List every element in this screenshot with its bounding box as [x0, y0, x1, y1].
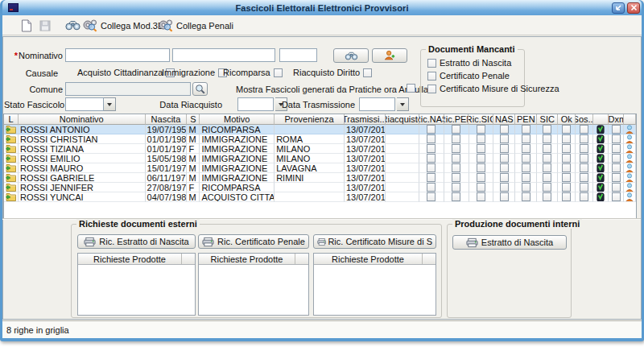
checkbox-pen[interactable] [522, 192, 530, 201]
checkbox-sic[interactable] [543, 192, 551, 201]
checkbox-sos[interactable] [580, 192, 588, 201]
checkbox-sos[interactable] [580, 144, 588, 153]
checkbox-nas[interactable] [500, 125, 509, 134]
checkbox-ok[interactable] [562, 192, 571, 201]
checkbox-ric_nas[interactable] [427, 163, 436, 172]
checkbox-dxml[interactable] [612, 154, 621, 163]
checkbox-pen[interactable] [522, 183, 530, 192]
checkbox-ric_pen[interactable] [452, 134, 460, 143]
checkbox-ric_sic[interactable] [477, 154, 485, 163]
folder-link-icon[interactable] [6, 154, 16, 163]
restore-window-button[interactable] [612, 2, 625, 14]
checkbox-ricomparsa[interactable] [274, 68, 283, 77]
checkbox-dxml[interactable] [612, 192, 621, 201]
stato-fascicolo-dropdown-button[interactable] [104, 97, 116, 111]
folder-link-icon[interactable] [6, 125, 16, 134]
stato-fascicolo-input[interactable] [65, 97, 104, 111]
checkbox-pen[interactable] [522, 154, 530, 163]
column-header-nascita[interactable]: Nascita [146, 114, 188, 125]
checkbox-ric_sic[interactable] [477, 163, 485, 172]
checkbox-pen[interactable] [522, 134, 530, 143]
column-header-nominativo[interactable]: Nominativo [19, 114, 146, 125]
ric-certificato-misure-button[interactable]: Ric. Certificato Misure di Sicurezza [313, 234, 436, 249]
person-icon[interactable] [625, 144, 634, 154]
checkbox-dxml[interactable] [612, 163, 621, 172]
person-icon[interactable] [625, 163, 634, 173]
checkbox-ok[interactable] [562, 183, 571, 192]
checkbox-ok[interactable] [562, 125, 571, 134]
data-trasmissione-input[interactable] [359, 97, 395, 111]
checkbox-nas[interactable] [500, 163, 509, 172]
checkbox-sos[interactable] [580, 163, 588, 172]
close-window-button[interactable] [627, 2, 640, 14]
estratto-nascita-interno-button[interactable]: Estratto di Nascita [452, 235, 567, 250]
checkbox-ric_sic[interactable] [477, 134, 485, 143]
table-row[interactable]: ROSSI ANTONIO19/07/1958MRICOMPARSA13/07/… [4, 125, 636, 134]
table-row[interactable]: ROSSI YUNCAI04/07/1986MACQUISTO CITTADIN… [4, 192, 636, 202]
checkbox-ok[interactable] [562, 144, 571, 153]
table-row[interactable]: ROSSI TIZIANA01/01/1975FIMMIGRAZIONEMILA… [4, 144, 636, 154]
column-header-icon[interactable] [624, 114, 636, 125]
column-header-sic[interactable]: SIC [537, 114, 558, 125]
checkbox-ric_nas[interactable] [427, 134, 436, 143]
new-record-button[interactable] [19, 18, 35, 33]
checkbox-nas[interactable] [500, 144, 509, 153]
table-row[interactable]: ROSSI GABRIELE06/11/1973MIMMIGRAZIONERIM… [4, 173, 636, 183]
column-header-s[interactable]: S [187, 114, 200, 125]
folder-link-icon[interactable] [6, 192, 16, 201]
person-icon[interactable] [625, 125, 634, 134]
column-header-l[interactable]: L [4, 114, 19, 125]
checkbox-dxml[interactable] [612, 134, 621, 143]
collega-penali-button[interactable]: Collega Penali [155, 18, 236, 33]
checkbox-ok[interactable] [562, 163, 571, 172]
checkbox-estratto-di-nascita[interactable] [427, 59, 436, 68]
checkbox-sic[interactable] [543, 173, 551, 182]
checkbox-sos[interactable] [580, 183, 588, 192]
checkbox-pen[interactable] [522, 125, 530, 134]
collega-mod3d-button[interactable]: Collega Mod.3D [80, 18, 167, 33]
checkbox-ric_pen[interactable] [452, 192, 460, 201]
checkbox-ric_nas[interactable] [427, 183, 436, 192]
checkbox-dxml[interactable] [612, 183, 621, 192]
checkbox-riacquisto-diritto[interactable] [363, 68, 372, 77]
title-bar[interactable]: Fascicoli Elettorali Elettronici Provvis… [2, 0, 642, 15]
folder-link-icon[interactable] [6, 134, 16, 143]
comune-input[interactable] [65, 82, 191, 96]
checkbox-dxml[interactable] [612, 144, 621, 153]
table-row[interactable]: ROSSI CHRISTIAN01/01/1980MIMMIGRAZIONERO… [4, 134, 636, 144]
checkbox-pen[interactable] [522, 173, 530, 182]
checkbox-sic[interactable] [543, 183, 551, 192]
checkbox-sic[interactable] [543, 134, 551, 143]
person-icon[interactable] [625, 173, 634, 183]
checkbox-sos[interactable] [580, 134, 588, 143]
column-header-ric-nas[interactable]: Ric.NAS [419, 114, 444, 125]
table-row[interactable]: ROSSI EMILIO15/05/1985MIMMIGRAZIONEMILAN… [4, 154, 636, 163]
checkbox-ric_sic[interactable] [477, 192, 485, 201]
checkbox-ric_nas[interactable] [427, 125, 436, 134]
checkbox-ric_pen[interactable] [452, 183, 460, 192]
person-icon[interactable] [625, 183, 634, 192]
column-header-icon[interactable] [593, 114, 609, 125]
folder-link-icon[interactable] [6, 163, 16, 172]
checkbox-dxml[interactable] [612, 173, 621, 182]
nominativo-extra-input[interactable] [279, 48, 317, 62]
checkbox-sic[interactable] [543, 163, 551, 172]
checkbox-certificato-penale[interactable] [427, 72, 436, 81]
table-row[interactable]: ROSSI MAURO15/01/1975MIMMIGRAZIONELAVAGN… [4, 163, 636, 173]
person-icon[interactable] [625, 134, 634, 144]
checkbox-nas[interactable] [500, 154, 509, 163]
checkbox-pen[interactable] [522, 144, 530, 153]
column-header-pen[interactable]: PEN [515, 114, 537, 125]
table-row[interactable]: ROSSI JENNIFER27/08/1978FRICOMPARSA13/07… [4, 183, 636, 192]
save-button[interactable] [37, 18, 53, 33]
checkbox-ric_pen[interactable] [452, 144, 460, 153]
ric-certificato-penale-button[interactable]: Ric. Certificato Penale [198, 234, 309, 249]
checkbox-ok[interactable] [562, 154, 571, 163]
checkbox-mostra-annullate[interactable] [407, 84, 415, 93]
checkbox-ric_nas[interactable] [427, 192, 436, 201]
checkbox-ric_sic[interactable] [477, 125, 485, 134]
checkbox-ric_pen[interactable] [452, 154, 460, 163]
column-header-3dxml[interactable]: 3Dxml [609, 114, 624, 125]
checkbox-dxml[interactable] [612, 125, 621, 134]
column-header-trasmissi-[interactable]: Trasmissi... [345, 114, 386, 125]
